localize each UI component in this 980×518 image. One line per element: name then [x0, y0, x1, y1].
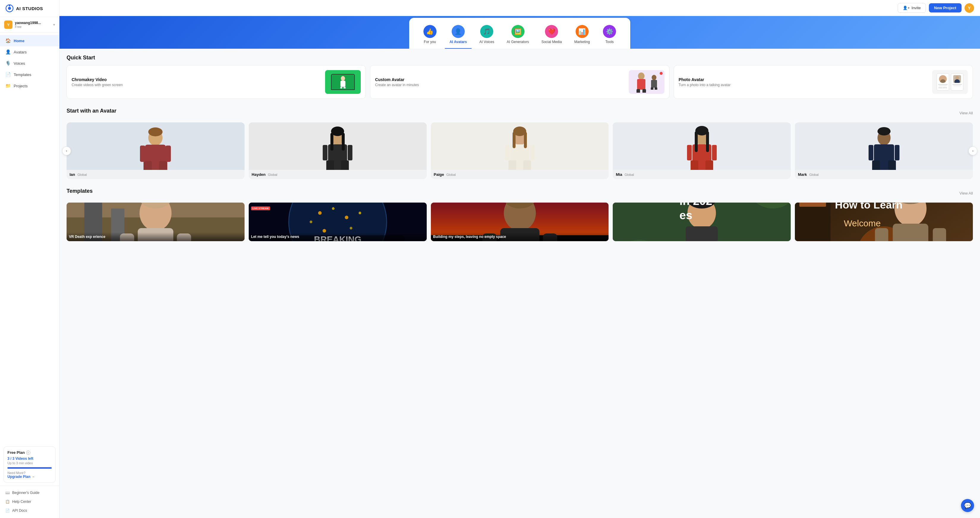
avatars-carousel: ‹ — [67, 122, 973, 179]
api-docs-link[interactable]: 📄 API Docs — [0, 506, 59, 515]
ian-name: Ian — [70, 172, 75, 177]
svg-point-78 — [350, 227, 352, 229]
svg-point-7 — [638, 73, 644, 79]
help-center-link[interactable]: 📋 Help Center — [0, 497, 59, 506]
tab-ai-voices[interactable]: 🎵 AI Voices — [474, 22, 499, 49]
need-more-label: Need More? — [8, 471, 52, 475]
api-icon: 📄 — [5, 508, 10, 513]
svg-rect-4 — [340, 81, 345, 87]
template-breaking-news[interactable]: BREAKING NEWS LIVE STREAM Let me tell yo… — [249, 203, 427, 241]
svg-point-76 — [359, 212, 361, 215]
progress-bar — [8, 467, 52, 469]
quick-card-custom-avatar[interactable]: Custom Avatar Create an avatar in minute… — [370, 65, 669, 99]
sidebar-item-home-label: Home — [14, 39, 24, 43]
svg-rect-94 — [686, 226, 718, 241]
app-name: AI STUDIOS — [16, 6, 43, 11]
paige-scope: Global — [446, 173, 456, 176]
upgrade-plan-link[interactable]: Upgrade Plan → — [8, 475, 52, 479]
tab-for-you[interactable]: 👍 For you — [418, 22, 442, 49]
tab-marketing[interactable]: 📊 Marketing — [570, 22, 595, 49]
template-top3-issues[interactable]: WOW! Top 3 Issu in 202 es — [613, 203, 791, 241]
hero-banner: 👍 For you 👤 AI Avatars 🎵 AI Voices 🖼️ AI… — [59, 16, 980, 49]
sidebar-item-voices-label: Voices — [14, 61, 25, 66]
mark-name: Mark — [798, 172, 807, 177]
avatars-next-arrow[interactable]: › — [969, 146, 977, 155]
ai-studios-logo-icon — [5, 4, 14, 13]
tab-social-media[interactable]: ❤️ Social Media — [537, 22, 567, 49]
quick-card-chromakey[interactable]: Chromakey Video Create videos with green… — [67, 65, 366, 99]
svg-point-2 — [9, 5, 10, 6]
svg-point-3 — [341, 76, 345, 81]
book-icon: 📖 — [5, 491, 10, 495]
breaking-news-label: Let me tell you today's news — [249, 232, 427, 241]
live-badge: LIVE STREAM — [251, 205, 270, 210]
beginners-guide-link[interactable]: 📖 Beginner's Guide — [0, 488, 59, 497]
social-media-icon: ❤️ — [545, 25, 558, 38]
tools-icon: ⚙️ — [603, 25, 616, 38]
svg-point-1 — [8, 7, 11, 10]
svg-rect-52 — [706, 131, 709, 152]
avatar-hayden[interactable]: Hayden Global — [249, 122, 427, 179]
custom-avatar-desc: Create an avatar in minutes — [375, 83, 624, 87]
sidebar-item-templates-label: Templates — [14, 73, 31, 77]
avatars-icon: 👤 — [5, 49, 11, 55]
svg-rect-58 — [895, 145, 899, 160]
free-plan-title: Free Plan i — [8, 450, 52, 455]
svg-rect-106 — [799, 203, 826, 207]
avatar-mia[interactable]: Mia Global — [613, 122, 791, 179]
invite-icon: 👤+ — [903, 6, 910, 10]
sidebar-item-home[interactable]: 🏠 Home — [0, 35, 59, 46]
svg-rect-14 — [655, 87, 657, 90]
photo-avatar-title: Photo Avatar — [679, 77, 928, 82]
user-avatar-small: Y — [4, 21, 13, 29]
svg-rect-29 — [341, 160, 349, 170]
main-content: 👤+ Invite New Project Y 👍 For you 👤 AI A… — [59, 0, 980, 518]
template-grid: VR Death exp erience — [67, 203, 973, 241]
avatars-title: Start with an Avatar — [67, 108, 116, 114]
avatars-view-all[interactable]: View All — [959, 111, 973, 115]
page-content: Quick Start Chromakey Video Create video… — [59, 49, 980, 253]
sidebar-item-templates[interactable]: 📄 Templates — [0, 69, 59, 80]
tab-tools[interactable]: ⚙️ Tools — [598, 22, 621, 49]
quick-card-photo-avatar[interactable]: Photo Avatar Turn a photo into a talking… — [674, 65, 973, 99]
tab-ai-avatars[interactable]: 👤 AI Avatars — [445, 22, 472, 49]
avatars-prev-arrow[interactable]: ‹ — [62, 146, 71, 155]
tab-ai-generators[interactable]: 🖼️ AI Generators — [502, 22, 534, 49]
svg-rect-37 — [508, 160, 516, 170]
chromakey-thumb — [325, 70, 361, 94]
sidebar-item-projects[interactable]: 📁 Projects — [0, 80, 59, 92]
avatar-mark[interactable]: Mark Global — [795, 122, 973, 179]
templates-view-all[interactable]: View All — [959, 191, 973, 195]
template-sunset-speech[interactable]: Building my steps, leaving no empty spac… — [431, 203, 609, 241]
projects-icon: 📁 — [5, 83, 11, 89]
svg-rect-5 — [340, 87, 342, 89]
chromakey-title: Chromakey Video — [72, 77, 321, 82]
avatar-ian[interactable]: Ian Global — [67, 122, 245, 179]
user-section[interactable]: Y yaowang1998... Free ▾ — [0, 17, 59, 33]
plan-info-icon: i — [26, 451, 30, 455]
invite-button[interactable]: 👤+ Invite — [898, 3, 926, 13]
svg-rect-23 — [140, 146, 145, 162]
chat-widget[interactable]: 💬 — [961, 499, 974, 512]
svg-point-75 — [310, 221, 312, 223]
svg-rect-22 — [159, 161, 167, 170]
svg-text:Welcome: Welcome — [844, 218, 881, 228]
sidebar-item-avatars[interactable]: 👤 Avatars — [0, 46, 59, 58]
sidebar-item-voices[interactable]: 🎙️ Voices — [0, 58, 59, 69]
svg-rect-46 — [690, 160, 698, 170]
sidebar-footer: 📖 Beginner's Guide 📋 Help Center 📄 API D… — [0, 486, 59, 518]
template-how-to-learn[interactable]: How to Learn Welcome — [795, 203, 973, 241]
photo-avatar-thumb: Your name — [932, 70, 968, 94]
svg-rect-103 — [795, 203, 830, 241]
content-area: 👍 For you 👤 AI Avatars 🎵 AI Voices 🖼️ AI… — [59, 16, 980, 518]
svg-rect-31 — [348, 145, 352, 160]
avatar-paige[interactable]: Paige Global — [431, 122, 609, 179]
svg-point-72 — [318, 211, 321, 215]
svg-rect-40 — [530, 145, 535, 160]
template-vr-death[interactable]: VR Death exp erience — [67, 203, 245, 241]
svg-point-18 — [955, 79, 960, 83]
templates-title: Templates — [67, 188, 93, 194]
new-project-button[interactable]: New Project — [929, 3, 962, 13]
quick-start-title: Quick Start — [67, 55, 973, 61]
svg-point-25 — [148, 127, 162, 136]
